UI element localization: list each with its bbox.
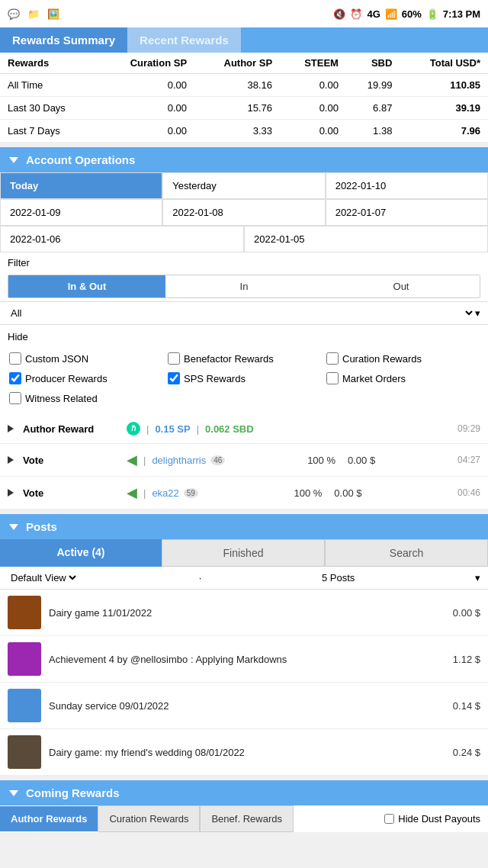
filter-tab-in[interactable]: In [165,275,323,297]
whatsapp-icon: 💬 [8,8,20,20]
row-sbd: 19.99 [346,74,400,97]
op-amount-sp: 0.15 SP [155,423,190,435]
checkbox-sps-rewards[interactable] [168,372,180,384]
posts-tab-0[interactable]: Active (4) [0,539,162,567]
battery-level: 60% [402,8,422,20]
row-curation-sp: 0.00 [98,120,195,143]
view-dropdown[interactable]: Default View Compact Detailed [8,571,79,584]
row-author-sp: 3.33 [194,120,280,143]
row-sbd: 1.38 [346,120,400,143]
row-author-sp: 15.76 [194,97,280,120]
post-thumbnail [8,642,41,676]
col-rewards: Rewards [0,53,98,74]
op-user[interactable]: eka22 [152,487,178,499]
coming-rewards-tab-2[interactable]: Benef. Rewards [200,805,294,832]
post-title: Achievement 4 by @nellosimbo : Applying … [49,654,445,665]
expand-icon[interactable] [8,456,14,464]
mute-icon: 🔇 [333,8,345,20]
checkbox-producer-rewards[interactable] [9,372,21,384]
op-separator: | [143,487,146,499]
checkbox-item[interactable]: Witness Related [6,388,165,408]
coming-rewards-tab-0[interactable]: Author Rewards [0,806,98,831]
post-value: 0.24 $ [453,747,480,758]
filter-tabs: In & OutInOut [8,275,480,298]
hide-dust-checkbox-container[interactable]: Hide Dust Payouts [384,813,488,825]
col-total-usd: Total USD* [400,53,488,74]
date-cell-extra[interactable]: 2022-01-06 [0,226,244,252]
date-cell[interactable]: 2022-01-10 [326,172,488,199]
row-label: Last 7 Days [0,120,98,143]
row-curation-sp: 0.00 [98,97,195,120]
checkbox-item[interactable]: Benefactor Rewards [165,349,323,368]
date-cell[interactable]: 2022-01-07 [326,199,488,226]
coming-rewards-tab-1[interactable]: Curation Rewards [98,805,200,832]
post-item[interactable]: Dairy game 11/01/2022 0.00 $ [0,590,488,636]
operation-item: Author Reward ℏ | 0.15 SP | 0.062 SBD 09… [0,414,488,444]
checkbox-item[interactable]: Market Orders [323,368,482,388]
posts-count: 5 Posts [322,572,355,583]
date-cell[interactable]: Yesterday [162,172,325,199]
date-cell-extra[interactable]: 2022-01-05 [244,226,488,252]
posts-controls: Default View Compact Detailed · 5 Posts … [0,567,488,590]
checkbox-item[interactable]: Custom JSON [6,349,165,368]
checkbox-benefactor-rewards[interactable] [168,352,180,365]
checkbox-item[interactable]: SPS Rewards [165,368,323,388]
date-cell[interactable]: 2022-01-08 [162,199,325,226]
post-thumbnail [8,735,41,769]
checkbox-grid: Custom JSONBenefactor RewardsCuration Re… [0,346,488,414]
post-item[interactable]: Sunday service 09/01/2022 0.14 $ [0,683,488,729]
checkbox-item[interactable]: Curation Rewards [323,349,482,368]
post-thumbnail [8,596,41,629]
post-item[interactable]: Achievement 4 by @nellosimbo : Applying … [0,636,488,683]
status-left-icons: 💬 📁 🖼️ [8,8,59,20]
filter-tab-in-&-out[interactable]: In & Out [8,275,165,297]
filter-tab-out[interactable]: Out [323,275,480,297]
rewards-row: Last 30 Days 0.00 15.76 0.00 6.87 39.19 [0,97,488,120]
user-badge: 46 [210,455,225,465]
recent-rewards-tab[interactable]: Recent Rewards [127,27,241,53]
post-value: 0.00 $ [453,607,480,619]
all-dropdown[interactable]: All [8,307,475,320]
op-user[interactable]: delightharris [152,455,206,466]
post-title: Sunday service 09/01/2022 [49,700,445,712]
row-sbd: 6.87 [346,97,400,120]
expand-icon[interactable] [8,425,14,432]
row-steem: 0.00 [280,97,346,120]
col-sbd: SBD [346,53,400,74]
expand-icon[interactable] [8,489,14,497]
date-cell[interactable]: Today [0,172,162,199]
operation-item: Vote ◀ | delightharris 46 100 % 0.00 $ 0… [0,444,488,477]
checkbox-curation-rewards[interactable] [326,352,339,365]
post-item[interactable]: Dairy game: my friend's wedding 08/01/20… [0,729,488,776]
checkbox-custom-json[interactable] [9,352,21,365]
op-type: Author Reward [23,423,122,435]
posts-section: Posts Active (4)FinishedSearch Default V… [0,514,488,776]
signal-icon: 📶 [385,8,397,20]
rewards-row: All Time 0.00 38.16 0.00 19.99 110.85 [0,74,488,97]
rewards-table: Rewards Curation SP Author SP STEEM SBD … [0,53,488,143]
post-title: Dairy game 11/01/2022 [49,607,445,619]
checkbox-witness-related[interactable] [9,392,21,404]
rewards-summary-tab[interactable]: Rewards Summary [0,27,127,53]
dropdown-arrow: ▾ [475,307,480,319]
posts-tab-1[interactable]: Finished [162,539,325,567]
row-label: All Time [0,74,98,97]
op-type: Vote [23,455,122,466]
post-value: 0.14 $ [453,700,480,712]
all-dropdown-row[interactable]: All ▾ [0,301,488,325]
posts-tab-2[interactable]: Search [325,539,488,567]
post-thumbnail [8,689,41,722]
checkbox-label: SPS Rewards [184,373,246,384]
account-operations-header: Account Operations [0,147,488,172]
row-steem: 0.00 [280,120,346,143]
coming-rewards-header: Coming Rewards [0,780,488,805]
date-cell[interactable]: 2022-01-09 [0,199,162,226]
posts-separator: · [199,572,202,583]
posts-header: Posts [0,514,488,539]
hide-dust-checkbox[interactable] [384,814,394,824]
checkbox-market-orders[interactable] [326,372,339,384]
row-total-usd: 110.85 [400,74,488,97]
posts-title: Posts [26,520,57,533]
op-separator: | [197,423,199,435]
checkbox-item[interactable]: Producer Rewards [6,368,165,388]
